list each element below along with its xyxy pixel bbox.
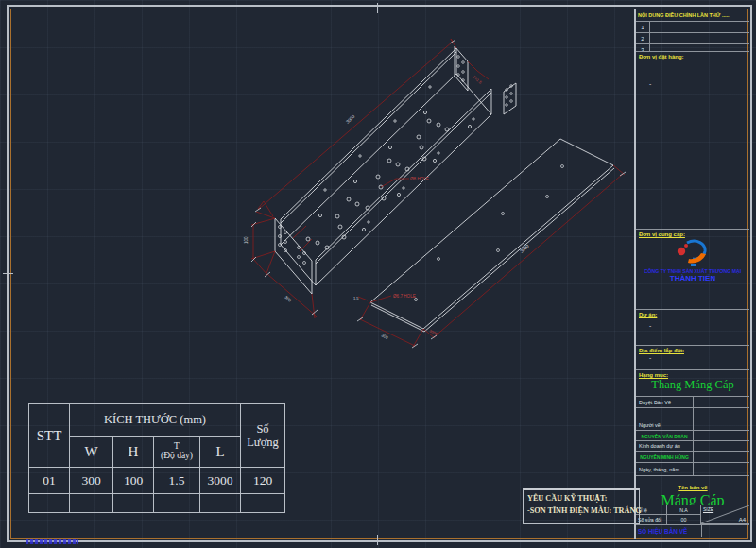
dim-label-tray-width: 300	[284, 295, 292, 303]
spec-qty-line2: Lượng	[241, 436, 284, 449]
approval-label: Duyệt Bản Vẽ	[636, 397, 694, 408]
scale-value: N.A	[667, 505, 701, 515]
title-block: NỘI DUNG ĐIỀU CHỈNH LẦN THỨ ..... 1 2 3 …	[634, 9, 749, 539]
dim-label-tray-length: 3000	[345, 113, 355, 124]
spec-empty-row	[29, 494, 285, 513]
supplier-section: Đơn vị cung cấp: CÔNG TY TNHH SẢN XUẤT T…	[636, 230, 749, 310]
spec-qty-line1: Số	[241, 422, 284, 436]
drawing-number-section: SỐ HIỆU BẢN VẼ	[636, 525, 749, 537]
revision-no-label: Số sửa đổi	[636, 515, 667, 524]
dimension-ticks	[251, 40, 626, 348]
footer-illegible-text	[26, 539, 78, 544]
drafter-section: Người vẽ NGUYỄN VĂN DUẨN	[636, 420, 749, 441]
tech-requirements-line: -SƠN TĨNH ĐIỆN MÀU: TRẮNG	[527, 505, 639, 518]
revision-row: 3	[636, 44, 749, 52]
revision-row-number: 1	[636, 22, 650, 32]
size-label: SIZE	[703, 506, 713, 512]
dim-label-tray-height: 100	[244, 236, 249, 244]
note-label-tray-thickness: T=1.5	[472, 75, 483, 85]
note-label-cover-hole: Ø6.7 HOLE	[393, 294, 416, 299]
spec-h-value: 100	[113, 468, 154, 494]
drawing-title-label: Tên bản vẽ	[678, 484, 707, 490]
category-section: Hạng mục: Thang Máng Cáp	[636, 370, 749, 397]
spec-h-header: H	[113, 437, 154, 468]
revision-row: 2	[636, 33, 749, 44]
revision-row-number: 3	[636, 44, 650, 52]
spec-qty-header: Số Lượng	[241, 404, 285, 468]
spec-l-value: 3000	[200, 468, 241, 494]
supplier-name-line2: THÀNH TIẾN	[636, 274, 749, 283]
spec-table: STT KÍCH THƯỚC (mm) Số Lượng W H T (Độ d…	[28, 403, 285, 513]
cover-plate-drawing	[370, 139, 614, 332]
drafter-label: Người vẽ	[636, 420, 694, 431]
drawing-title-section: Tên bản vẽ Máng Cáp	[636, 476, 749, 505]
spec-t-header: T (Độ dày)	[154, 437, 200, 468]
dim-label-cover-length-corner: 3000	[429, 328, 439, 336]
date-label: Ngày, tháng, năm	[636, 463, 694, 475]
spec-t-line2: (Độ dày)	[154, 452, 199, 461]
scale-section: Tỉ lệ N.A SIZE A4 Số sửa đổi 00	[636, 505, 749, 525]
tech-requirements-box: YÊU CẦU KỸ THUẬT: -SƠN TĨNH ĐIỆN MÀU: TR…	[523, 488, 640, 524]
supplier-label: Đơn vị cung cấp:	[636, 230, 749, 237]
install-location-label: Địa điểm lắp đặt:	[636, 346, 749, 353]
revision-no-value: 00	[667, 515, 701, 524]
spec-stt-header: STT	[29, 404, 70, 468]
project-section: Dự án: -	[636, 310, 749, 346]
sales-label: Kinh doanh dự án	[636, 441, 694, 452]
size-cell: SIZE A4	[701, 505, 749, 524]
revision-table: NỘI DUNG ĐIỀU CHỈNH LẦN THỨ ..... 1 2 3	[636, 9, 749, 52]
drawing-sheet: 3000 100 300 Ø8 HOLE T=1.5 300 3000 3000…	[0, 0, 756, 548]
revision-row-number: 2	[636, 33, 650, 43]
project-value: -	[636, 322, 749, 329]
ordering-unit-label: Đơn vị đặt hàng:	[636, 52, 749, 60]
spec-t-value: 1.5	[154, 468, 200, 494]
category-label: Hạng mục:	[636, 370, 749, 378]
spec-stt-value: 01	[29, 468, 70, 494]
category-value: Thang Máng Cáp	[636, 378, 749, 392]
spec-qty-value: 120	[241, 468, 285, 494]
spec-w-header: W	[70, 437, 113, 468]
sales-section: Kinh doanh dự án NGUYỄN MINH HÙNG	[636, 441, 749, 463]
revision-row: 1	[636, 22, 749, 33]
size-value: A4	[739, 517, 746, 522]
install-location-value: -	[636, 354, 749, 361]
sales-name: NGUYỄN MINH HÙNG	[636, 452, 694, 462]
spec-dim-group-header: KÍCH THƯỚC (mm)	[70, 404, 241, 437]
ordering-unit-value: -	[636, 80, 749, 87]
spec-l-header: L	[200, 437, 241, 468]
tech-requirements-title: YÊU CẦU KỸ THUẬT:	[527, 493, 639, 505]
date-section: Ngày, tháng, năm	[636, 463, 749, 476]
approval-section: Duyệt Bản Vẽ	[636, 397, 749, 420]
project-label: Dự án:	[636, 310, 749, 317]
spec-w-value: 300	[70, 468, 113, 494]
drawing-number-label: SỐ HIỆU BẢN VẼ	[636, 525, 702, 537]
company-logo	[636, 238, 749, 268]
note-label-tray-hole: Ø8 HOLE	[410, 177, 429, 181]
revision-header: NỘI DUNG ĐIỀU CHỈNH LẦN THỨ .....	[636, 9, 749, 22]
drawing-title: Máng Cáp	[636, 492, 749, 505]
dim-label-cover-thickness: 1.5	[353, 296, 359, 300]
install-location-section: Địa điểm lắp đặt: -	[636, 346, 749, 370]
supplier-name-line1: CÔNG TY TNHH SẢN XUẤT THƯƠNG MẠI	[641, 268, 745, 274]
ordering-unit-section: Đơn vị đặt hàng: -	[636, 52, 749, 230]
dim-label-cover-width: 300	[381, 333, 389, 340]
spec-data-row: 01 300 100 1.5 3000 120	[29, 468, 285, 494]
drafter-name: NGUYỄN VĂN DUẨN	[636, 431, 694, 441]
